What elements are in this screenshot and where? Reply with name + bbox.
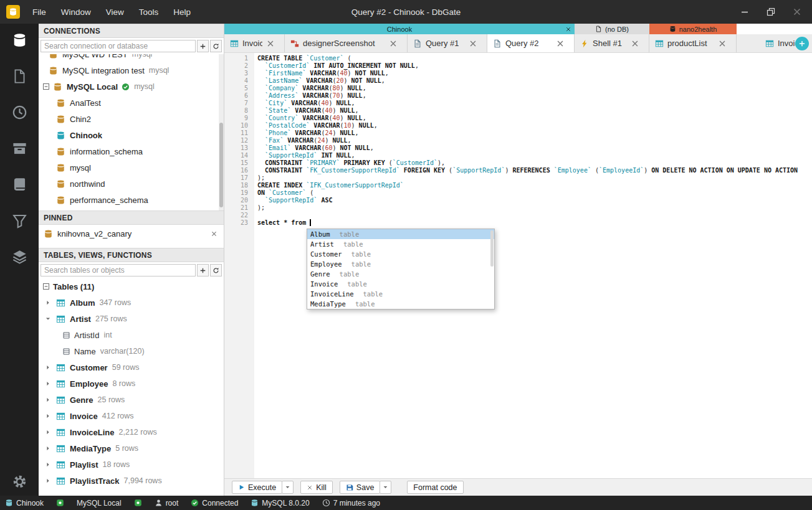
db-amber-icon [56, 179, 65, 189]
autocomplete-item[interactable]: InvoiceLinetable [307, 289, 494, 299]
connection-item[interactable]: MySQL WD TESTmysql [39, 54, 224, 62]
connection-item[interactable]: information_schema [39, 143, 224, 159]
refresh-tables-button[interactable] [210, 264, 222, 276]
save-button[interactable]: Save [340, 481, 381, 494]
database-icon[interactable] [12, 32, 27, 48]
tables-group[interactable]: Tables (11) [39, 278, 224, 295]
table-item[interactable]: Album347 rows [39, 295, 224, 311]
autocomplete-item[interactable]: Albumtable [307, 229, 494, 239]
close-icon [307, 484, 313, 491]
check-circle-icon [191, 499, 199, 507]
table-item[interactable]: Playlist18 rows [39, 456, 224, 473]
tables-search-input[interactable] [41, 264, 196, 276]
menu-window[interactable]: Window [61, 7, 91, 17]
tab-group[interactable]: nano2health [649, 24, 737, 34]
close-icon [211, 230, 217, 237]
gear-icon[interactable] [12, 474, 27, 489]
close-icon[interactable] [262, 39, 275, 48]
tab-designerscreenshot[interactable]: designerScreenshot [285, 34, 408, 52]
table-item[interactable]: PlaylistTrack7,994 rows [39, 473, 224, 489]
minimize-button[interactable] [740, 7, 750, 17]
table-icon [230, 39, 239, 48]
tab-invoice[interactable]: Invoice [224, 34, 285, 52]
table-item[interactable]: InvoiceLine2,212 rows [39, 424, 224, 440]
autocomplete-item[interactable]: Artisttable [307, 239, 494, 249]
tab-shell-1[interactable]: Shell #1 [575, 34, 649, 52]
filter-icon[interactable] [12, 213, 27, 229]
connection-item[interactable]: Chinook [39, 127, 224, 143]
close-icon[interactable] [465, 39, 477, 48]
status-item[interactable]: MySQL Local [77, 499, 122, 508]
connections-search-input[interactable] [41, 40, 196, 52]
execute-dropdown-button[interactable] [282, 481, 294, 494]
connection-item[interactable]: AnalTest [39, 95, 224, 111]
connection-name: MySQL Local [67, 82, 118, 92]
close-icon[interactable] [714, 39, 727, 48]
table-item[interactable]: Genre25 rows [39, 392, 224, 408]
tab-query-2[interactable]: Query #2 [487, 34, 575, 52]
menu-tools[interactable]: Tools [139, 7, 159, 17]
status-item[interactable]: Chinook [5, 499, 44, 508]
table-item[interactable]: Artist275 rows [39, 311, 224, 327]
status-item[interactable] [134, 499, 142, 507]
menu-help[interactable]: Help [173, 7, 191, 17]
connection-item[interactable]: MySQL Localmysql [39, 78, 224, 95]
db-amber-icon [56, 98, 65, 108]
restore-button[interactable] [766, 7, 776, 17]
status-item[interactable] [56, 499, 64, 507]
close-icon[interactable] [385, 39, 398, 48]
autocomplete-item[interactable]: Employeetable [307, 259, 494, 269]
column-item[interactable]: Namevarchar(120) [39, 343, 224, 359]
status-item[interactable]: MySQL 8.0.20 [251, 499, 309, 508]
code-line: CONSTRAINT `PRIMARY` PRIMARY KEY (`Custo… [257, 159, 812, 167]
menu-view[interactable]: View [106, 7, 124, 17]
history-icon[interactable] [12, 105, 27, 120]
add-table-button[interactable] [197, 264, 209, 276]
book-icon[interactable] [12, 177, 27, 192]
layers-icon[interactable] [12, 249, 27, 265]
new-tab-button[interactable] [795, 37, 809, 50]
connection-name: MySQL integration test [62, 66, 145, 75]
connection-item[interactable]: performance_schema [39, 192, 224, 208]
connection-item[interactable]: Chin2 [39, 111, 224, 127]
connections-scrollbar[interactable] [219, 54, 224, 210]
autocomplete-scrollbar[interactable] [490, 230, 494, 267]
close-window-button[interactable] [792, 7, 802, 17]
connection-item[interactable]: northwind [39, 176, 224, 192]
autocomplete-item[interactable]: Customertable [307, 249, 494, 259]
save-dropdown-button[interactable] [380, 481, 391, 494]
autocomplete-item[interactable]: Invoicetable [307, 279, 494, 289]
file-icon[interactable] [12, 68, 27, 84]
tab-group[interactable]: (no DB) [575, 24, 649, 34]
table-item[interactable]: Customer59 rows [39, 359, 224, 375]
connection-item[interactable]: MySQL integration testmysql [39, 62, 224, 78]
table-item[interactable]: Employee8 rows [39, 375, 224, 392]
refresh-connections-button[interactable] [210, 40, 222, 52]
status-item[interactable]: 7 minutes ago [322, 499, 380, 508]
table-item[interactable]: Invoice412 rows [39, 408, 224, 424]
save-icon [346, 484, 353, 491]
autocomplete-item[interactable]: Genretable [307, 269, 494, 279]
menu-file[interactable]: File [32, 7, 46, 17]
format-code-label: Format code [413, 483, 457, 492]
execute-button[interactable]: Execute [232, 481, 282, 494]
status-item[interactable]: root [155, 499, 179, 508]
tab-productlist[interactable]: productList [649, 34, 737, 52]
close-icon[interactable] [552, 39, 565, 48]
tab-group[interactable]: Chinook [224, 24, 575, 34]
add-connection-button[interactable] [197, 40, 209, 52]
scrollbar-thumb[interactable] [219, 123, 223, 207]
column-item[interactable]: ArtistIdint [39, 327, 224, 343]
close-icon[interactable] [565, 26, 571, 32]
archive-icon[interactable] [12, 141, 27, 156]
pinned-item[interactable]: knihovna_v2_canary [39, 225, 224, 242]
autocomplete-item[interactable]: MediaTypetable [307, 299, 494, 309]
table-item[interactable]: MediaType5 rows [39, 440, 224, 456]
code-line: ); [257, 204, 812, 212]
tab-query-1[interactable]: Query #1 [408, 34, 487, 52]
status-item[interactable]: Connected [191, 499, 238, 508]
connection-item[interactable]: mysql [39, 159, 224, 176]
kill-button[interactable]: Kill [300, 481, 333, 494]
format-code-button[interactable]: Format code [407, 481, 463, 494]
close-icon[interactable] [627, 39, 639, 48]
